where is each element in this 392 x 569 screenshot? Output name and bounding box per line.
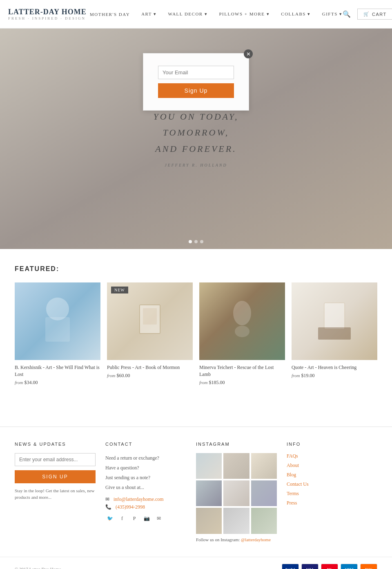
- info-link-press[interactable]: Press: [287, 500, 368, 506]
- footer-news-title: NEWS & UPDATES: [15, 442, 96, 447]
- product-art-svg-1: [41, 297, 74, 346]
- product-title-2: Public Press - Art - Book of Mormon: [107, 364, 193, 371]
- product-card-4[interactable]: Quote - Art - Heaven is Cheering from $1…: [292, 282, 377, 386]
- logo-sub-text: FRESH · INSPIRED · DESIGN: [8, 16, 90, 20]
- social-icons: 🐦 f P 📷 ✉: [105, 514, 186, 523]
- email-social-icon[interactable]: ✉: [154, 514, 163, 523]
- product-art-svg-4: [318, 299, 351, 344]
- instagram-thumb-3[interactable]: [251, 453, 277, 479]
- instagram-thumb-1[interactable]: [196, 453, 222, 479]
- instagram-follow-text: Follow us on Instagram: @latterdayhome: [196, 537, 277, 542]
- instagram-thumb-7[interactable]: [196, 508, 222, 533]
- amex-icon: AMEX: [341, 564, 358, 569]
- nav-item-art[interactable]: ART ▾: [141, 11, 156, 17]
- main-nav: MOTHER'S DAY ART ▾ WALL DECOR ▾ PILLOWS …: [90, 11, 343, 17]
- popup-signup-button[interactable]: Sign Up: [158, 83, 234, 98]
- logo[interactable]: LATTER-DAY HOME FRESH · INSPIRED · DESIG…: [8, 8, 90, 20]
- instagram-handle-link[interactable]: @latterdayhome: [241, 537, 271, 542]
- nav-item-pillows[interactable]: PILLOWS + MORE ▾: [219, 11, 270, 17]
- instagram-grid: [196, 453, 277, 534]
- popup-close-button[interactable]: ✕: [244, 49, 253, 58]
- info-link-contact[interactable]: Contact Us: [287, 481, 368, 487]
- nav-item-gifts[interactable]: GIFTS ▾: [322, 11, 343, 17]
- footer-loop-text: Stay in the loop! Get the latest on sale…: [15, 487, 96, 501]
- info-links: FAQs About Blog Contact Us Terms Press: [287, 453, 368, 506]
- art-figure-3: [199, 282, 285, 360]
- info-link-terms[interactable]: Terms: [287, 491, 368, 497]
- products-grid: B. Kershisnik - Art - She Will Find What…: [15, 282, 377, 386]
- product-price-prefix-4: from: [292, 373, 300, 378]
- cart-icon: 🛒: [363, 11, 370, 17]
- hero-quote-line2: TOMORROW,: [153, 124, 238, 141]
- email-popup: ✕ Sign Up: [143, 53, 249, 111]
- footer-signup-button[interactable]: SIGN UP: [15, 470, 96, 483]
- product-card-1[interactable]: B. Kershisnik - Art - She Will Find What…: [15, 282, 100, 386]
- art-figure-4: [292, 282, 377, 360]
- instagram-icon[interactable]: 📷: [142, 514, 151, 523]
- email-icon: ✉: [105, 496, 109, 502]
- contact-line-1: Need a return or exchange?: [105, 453, 186, 463]
- footer-email-input[interactable]: [15, 453, 96, 466]
- footer-instagram-title: INSTAGRAM: [196, 442, 277, 447]
- svg-rect-1: [45, 317, 70, 342]
- carousel-dot-3[interactable]: [200, 240, 203, 243]
- popup-email-input[interactable]: [158, 66, 234, 79]
- footer-info-col: INFO FAQs About Blog Contact Us Terms Pr…: [287, 442, 377, 542]
- site-footer: NEWS & UPDATES SIGN UP Stay in the loop!…: [0, 427, 392, 569]
- nav-item-wall-decor[interactable]: WALL DECOR ▾: [168, 11, 208, 17]
- contact-phone-link[interactable]: (435)994-2998: [116, 504, 145, 510]
- footer-contact-title: CONTACT: [105, 442, 186, 447]
- footer-contact-col: CONTACT Need a return or exchange? Have …: [105, 442, 196, 542]
- product-image-4: [292, 282, 377, 360]
- phone-icon: 📞: [105, 504, 111, 510]
- hero-quote-line1: YOU ON TODAY,: [153, 109, 238, 125]
- carousel-dot-2[interactable]: [194, 240, 198, 243]
- featured-section: FEATURED: B. Kershisnik - Art - She Will…: [0, 249, 392, 402]
- twitter-icon[interactable]: 🐦: [105, 514, 114, 523]
- hero-quote-line3: AND FOREVER.: [153, 141, 238, 157]
- svg-rect-7: [318, 327, 351, 340]
- nav-item-mothers-day[interactable]: MOTHER'S DAY: [90, 12, 130, 17]
- pinterest-icon[interactable]: P: [130, 514, 139, 523]
- discover-icon: DISC: [360, 564, 377, 569]
- contact-email-link[interactable]: info@latterdayhome.com: [114, 496, 164, 502]
- product-image-3: [199, 282, 285, 360]
- hero-carousel-dots: [189, 240, 203, 243]
- instagram-follow-label: Follow us on Instagram:: [196, 537, 240, 542]
- instagram-thumb-5[interactable]: [223, 480, 249, 506]
- product-price-1: from $34.00: [15, 380, 100, 386]
- contact-line-3: Just sending us a note?: [105, 473, 186, 482]
- product-image-2: NEW: [107, 282, 193, 360]
- paypal-icon: PayPal: [282, 564, 299, 569]
- instagram-thumb-6[interactable]: [251, 480, 277, 506]
- logo-main-text: LATTER-DAY HOME: [8, 8, 90, 16]
- product-price-value-3: $185.00: [209, 380, 225, 385]
- product-card-3[interactable]: Minerva Teichert - Rescue of the Lost La…: [199, 282, 285, 386]
- info-link-blog[interactable]: Blog: [287, 472, 368, 478]
- svg-point-5: [235, 326, 249, 337]
- payment-icons: PayPal VISA MC AMEX DISC: [282, 564, 377, 569]
- header-right: 🔍 🛒 CART: [343, 9, 392, 20]
- search-button[interactable]: 🔍: [343, 10, 351, 18]
- info-link-about[interactable]: About: [287, 462, 368, 469]
- copyright-text: © 2017 Latter-Day Home.: [15, 567, 62, 569]
- cart-button[interactable]: 🛒 CART: [357, 9, 392, 20]
- product-card-2[interactable]: NEW Public Press - Art - Book of Mormon …: [107, 282, 193, 386]
- nav-item-collabs[interactable]: COLLABS ▾: [281, 11, 310, 17]
- hero-quote: YOU ON TODAY, TOMORROW, AND FOREVER. JEF…: [153, 109, 238, 169]
- carousel-dot-1[interactable]: [189, 240, 192, 243]
- instagram-thumb-9[interactable]: [251, 508, 277, 533]
- product-price-value-4: $19.00: [301, 373, 314, 378]
- footer-instagram-col: INSTAGRAM Follow us on Instagram: @latte…: [196, 442, 287, 542]
- product-price-3: from $185.00: [199, 380, 285, 386]
- facebook-icon[interactable]: f: [118, 514, 127, 523]
- instagram-thumb-4[interactable]: [196, 480, 222, 506]
- info-link-faqs[interactable]: FAQs: [287, 453, 368, 459]
- instagram-thumb-2[interactable]: [223, 453, 249, 479]
- instagram-thumb-8[interactable]: [223, 508, 249, 533]
- site-header: LATTER-DAY HOME FRESH · INSPIRED · DESIG…: [0, 0, 392, 29]
- featured-title: FEATURED:: [15, 265, 377, 273]
- contact-line-4: Give us a shout at...: [105, 482, 186, 492]
- product-price-4: from $19.00: [292, 373, 377, 379]
- footer-news-col: NEWS & UPDATES SIGN UP Stay in the loop!…: [15, 442, 105, 542]
